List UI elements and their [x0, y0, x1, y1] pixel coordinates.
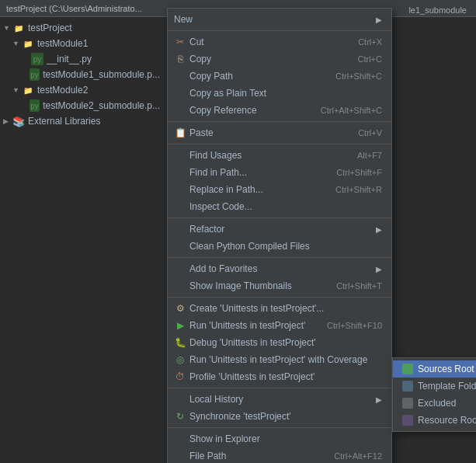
tree-item-testModule2-sub[interactable]: py testModule2_submodule.p... — [0, 98, 163, 113]
arrow-icon: ▶ — [3, 117, 12, 125]
menu-label: Local History — [189, 394, 373, 405]
menu-label: Paste — [189, 127, 342, 138]
menu-item-file-path[interactable]: File Path Ctrl+Alt+F12 — [168, 447, 391, 463]
menu-item-inspect-code[interactable]: Inspect Code... — [168, 198, 391, 215]
tree-item-testModule2[interactable]: ▼ 📁 testModule2 — [0, 82, 163, 98]
shortcut-label: Ctrl+Shift+F — [336, 168, 382, 177]
cut-icon: ✂ — [174, 36, 186, 48]
shortcut-label: Ctrl+Alt+F12 — [334, 451, 382, 461]
menu-label: File Path — [189, 451, 318, 461]
menu-item-clean-python[interactable]: Clean Python Compiled Files — [168, 238, 391, 255]
menu-item-new[interactable]: New ▶ — [168, 11, 391, 28]
empty-icon — [174, 433, 186, 445]
menu-divider — [168, 144, 391, 144]
empty-icon — [174, 104, 186, 117]
menu-item-profile[interactable]: ⏱ Profile 'Unittests in testProject' — [168, 368, 391, 385]
menu-divider — [168, 30, 391, 31]
menu-item-synchronize[interactable]: ↻ Synchronize 'testProject' — [168, 408, 391, 425]
context-menu: New ▶ ✂ Cut Ctrl+X ⎘ Copy Ctrl+C Copy Pa… — [167, 8, 392, 463]
menu-item-run-unittests[interactable]: ▶ Run 'Unittests in testProject' Ctrl+Sh… — [168, 317, 391, 334]
arrow-icon: ▼ — [12, 86, 22, 94]
tree-item-label: testProject — [28, 23, 72, 33]
menu-label: Replace in Path... — [189, 184, 320, 195]
empty-icon — [174, 200, 186, 213]
menu-item-create-unittests[interactable]: ⚙ Create 'Unittests in testProject'... — [168, 300, 391, 317]
top-right-label: le1_submodule — [405, 5, 470, 16]
submenu-item-label: Template Folder — [418, 381, 476, 392]
empty-icon — [174, 223, 186, 235]
tree-item-label: testModule2_submodule.p... — [43, 100, 160, 111]
submenu-item-template-folder[interactable]: Template Folder — [393, 378, 476, 395]
empty-icon — [174, 149, 186, 162]
tree-item-init-py[interactable]: py __init__.py — [0, 51, 163, 67]
menu-item-refactor[interactable]: Refactor ▶ — [168, 221, 391, 238]
menu-item-copy-plain-text[interactable]: Copy as Plain Text — [168, 85, 391, 102]
submenu-item-excluded[interactable]: Excluded — [393, 395, 476, 412]
empty-icon — [174, 263, 186, 275]
menu-label: Create 'Unittests in testProject'... — [189, 303, 382, 314]
menu-item-find-usages[interactable]: Find Usages Alt+F7 — [168, 147, 391, 164]
empty-icon — [174, 70, 186, 82]
menu-item-paste[interactable]: 📋 Paste Ctrl+V — [168, 124, 391, 141]
menu-item-show-thumbnails[interactable]: Show Image Thumbnails Ctrl+Shift+T — [168, 277, 391, 294]
tree-item-external-libs[interactable]: ▶ 📚 External Libraries — [0, 113, 163, 129]
menu-label: Inspect Code... — [189, 201, 367, 212]
submenu-panel: Sources Root Template Folder Excluded Re… — [392, 357, 476, 432]
menu-item-copy[interactable]: ⎘ Copy Ctrl+C — [168, 50, 391, 68]
menu-label: Run 'Unittests in testProject' — [189, 320, 311, 331]
submenu-arrow-icon: ▶ — [376, 16, 382, 24]
submenu-arrow-icon: ▶ — [376, 265, 382, 273]
arrow-spacer — [22, 71, 30, 78]
submenu-arrow-icon: ▶ — [376, 395, 382, 404]
menu-label: Synchronize 'testProject' — [189, 411, 382, 422]
tree-item-testModule1-sub[interactable]: py testModule1_submodule.p... — [0, 67, 163, 82]
shortcut-label: Ctrl+Shift+R — [335, 185, 382, 194]
shortcut-label: Ctrl+Shift+T — [336, 281, 382, 291]
menu-item-run-coverage[interactable]: ◎ Run 'Unittests in testProject' with Co… — [168, 351, 391, 368]
run-icon: ▶ — [174, 319, 186, 332]
menu-item-debug-unittests[interactable]: 🐛 Debug 'Unittests in testProject' — [168, 334, 391, 351]
menu-item-cut[interactable]: ✂ Cut Ctrl+X — [168, 33, 391, 50]
debug-icon: 🐛 — [174, 336, 186, 349]
arrow-spacer — [22, 102, 30, 110]
tree-item-label: testModule1_submodule.p... — [43, 69, 160, 80]
shortcut-label: Ctrl+V — [358, 128, 382, 138]
empty-icon — [174, 240, 186, 252]
menu-label: Clean Python Compiled Files — [189, 241, 382, 252]
tree-item-label: __init__.py — [47, 54, 92, 64]
paste-icon: 📋 — [174, 127, 186, 139]
shortcut-label: Ctrl+Shift+F10 — [327, 321, 382, 330]
empty-icon — [174, 280, 186, 292]
menu-label: Cut — [189, 37, 342, 47]
menu-item-copy-reference[interactable]: Copy Reference Ctrl+Alt+Shift+C — [168, 102, 391, 119]
menu-item-replace-in-path[interactable]: Replace in Path... Ctrl+Shift+R — [168, 181, 391, 198]
empty-icon — [174, 393, 186, 406]
empty-icon — [174, 166, 186, 179]
py-icon: py — [31, 53, 43, 65]
menu-divider — [168, 297, 391, 298]
submenu-item-resource-root[interactable]: Resource Root — [393, 412, 476, 429]
menu-item-show-explorer[interactable]: Show in Explorer — [168, 430, 391, 447]
menu-item-add-favorites[interactable]: Add to Favorites ▶ — [168, 260, 391, 277]
tree-item-label: testModule1 — [37, 38, 88, 49]
folder-icon: 📁 — [12, 22, 25, 34]
menu-label: Run 'Unittests in testProject' with Cove… — [189, 354, 382, 365]
shortcut-label: Ctrl+Shift+C — [335, 71, 382, 81]
menu-label: Copy Reference — [189, 105, 305, 116]
empty-icon — [174, 87, 186, 99]
menu-item-copy-path[interactable]: Copy Path Ctrl+Shift+C — [168, 68, 391, 85]
submenu-item-label: Sources Root — [418, 364, 474, 374]
submenu-item-sources-root[interactable]: Sources Root — [393, 360, 476, 378]
create-test-icon: ⚙ — [174, 302, 186, 315]
tree-item-testModule1[interactable]: ▼ 📁 testModule1 — [0, 36, 163, 51]
empty-icon — [174, 183, 186, 196]
menu-divider — [168, 388, 391, 388]
profile-icon: ⏱ — [174, 371, 186, 383]
menu-label: Find Usages — [189, 150, 342, 161]
tree-item-testProject[interactable]: ▼ 📁 testProject — [0, 20, 163, 36]
menu-label: Copy — [189, 54, 342, 64]
submenu-arrow-icon: ▶ — [376, 225, 382, 234]
arrow-spacer — [22, 55, 31, 63]
menu-item-find-in-path[interactable]: Find in Path... Ctrl+Shift+F — [168, 164, 391, 181]
menu-item-local-history[interactable]: Local History ▶ — [168, 391, 391, 408]
